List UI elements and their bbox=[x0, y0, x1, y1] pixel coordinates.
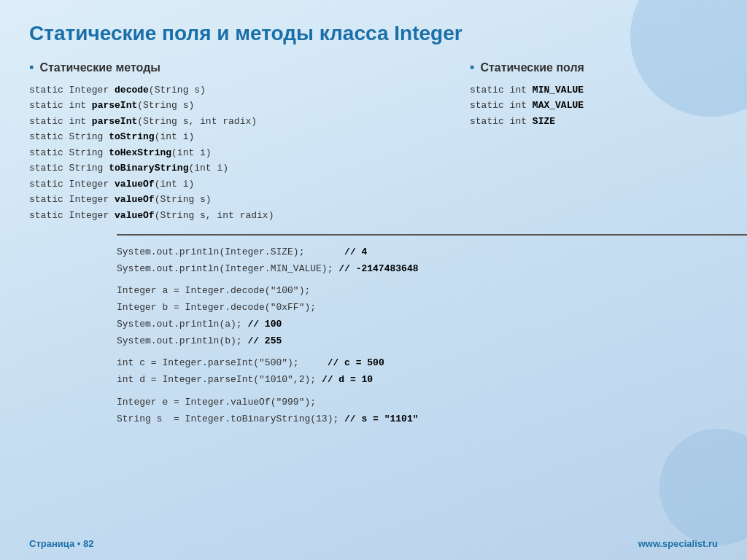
method-5: static String toHexString(int i) bbox=[29, 145, 455, 160]
field-3: static int SIZE bbox=[470, 114, 718, 129]
method-8: static Integer valueOf(String s) bbox=[29, 192, 455, 207]
method-2: static int parseInt(String s) bbox=[29, 98, 455, 113]
example-3-line-2: int d = Integer.parseInt("1010",2); // d… bbox=[117, 372, 718, 389]
content-area: Статические методы static Integer decode… bbox=[29, 60, 718, 223]
method-1: static Integer decode(String s) bbox=[29, 82, 455, 98]
slide: Статические поля и методы класса Integer… bbox=[0, 0, 747, 560]
footer: Страница ▪ 82 www.specialist.ru bbox=[29, 538, 718, 549]
example-group-3: int c = Integer.parseInt("500"); // c = … bbox=[117, 355, 718, 389]
example-2-line-4: System.out.println(b); // 255 bbox=[117, 333, 718, 350]
method-4: static String toString(int i) bbox=[29, 129, 455, 144]
method-3: static int parseInt(String s, int radix) bbox=[29, 114, 455, 129]
decorative-circle-bottom bbox=[659, 429, 747, 545]
example-group-2: Integer a = Integer.decode("100"); Integ… bbox=[117, 283, 718, 349]
example-3-line-1: int c = Integer.parseInt("500"); // c = … bbox=[117, 355, 718, 372]
section-divider bbox=[117, 234, 747, 236]
example-4-line-2: String s = Integer.toBinaryString(13); /… bbox=[117, 411, 718, 428]
example-1-line-1: System.out.println(Integer.SIZE); // 4 bbox=[117, 244, 718, 261]
example-2-line-2: Integer b = Integer.decode("0xFF"); bbox=[117, 300, 718, 316]
method-9: static Integer valueOf(String s, int rad… bbox=[29, 208, 455, 223]
examples-block: System.out.println(Integer.SIZE); // 4 S… bbox=[29, 244, 718, 428]
methods-list: static Integer decode(String s) static i… bbox=[29, 82, 455, 223]
static-methods-header: Статические методы bbox=[29, 60, 455, 75]
example-1-line-2: System.out.println(Integer.MIN_VALUE); /… bbox=[117, 261, 718, 278]
page-title: Статические поля и методы класса Integer bbox=[29, 22, 718, 45]
left-column: Статические методы static Integer decode… bbox=[29, 60, 455, 223]
website-link: www.specialist.ru bbox=[638, 538, 718, 549]
example-4-line-1: Integer e = Integer.valueOf("999"); bbox=[117, 394, 718, 411]
page-number: Страница ▪ 82 bbox=[29, 538, 93, 549]
example-group-4: Integer e = Integer.valueOf("999"); Stri… bbox=[117, 394, 718, 428]
example-group-1: System.out.println(Integer.SIZE); // 4 S… bbox=[117, 244, 718, 278]
method-6: static String toBinaryString(int i) bbox=[29, 160, 455, 176]
example-2-line-1: Integer a = Integer.decode("100"); bbox=[117, 283, 718, 300]
method-7: static Integer valueOf(int i) bbox=[29, 176, 455, 192]
example-2-line-3: System.out.println(a); // 100 bbox=[117, 316, 718, 333]
